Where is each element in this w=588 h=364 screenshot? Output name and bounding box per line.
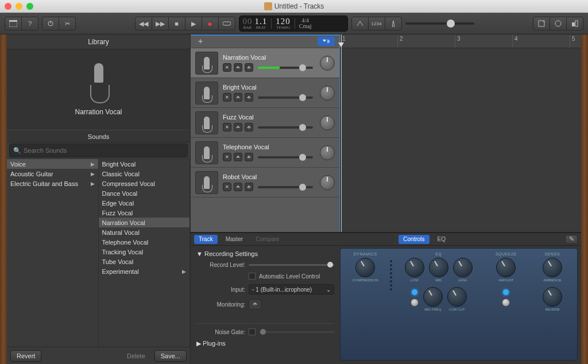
input-monitor-button[interactable] bbox=[245, 93, 253, 102]
tab-controls[interactable]: Controls bbox=[399, 235, 429, 244]
loop-browser-button[interactable] bbox=[550, 17, 567, 30]
master-volume-slider[interactable] bbox=[405, 22, 474, 25]
squeeze-amount-knob[interactable] bbox=[496, 258, 516, 277]
ruler[interactable]: 12345 bbox=[340, 34, 581, 48]
squeeze-bypass-button[interactable] bbox=[502, 299, 510, 307]
noise-gate-slider[interactable] bbox=[259, 331, 334, 333]
quick-help-button[interactable]: ? bbox=[21, 17, 38, 30]
editors-button[interactable]: ✂ bbox=[59, 17, 76, 30]
reverb-knob[interactable] bbox=[543, 287, 562, 307]
zoom-window-button[interactable] bbox=[26, 3, 33, 10]
eq-mid-freq-knob[interactable] bbox=[423, 287, 443, 307]
track-row[interactable]: Fuzz Vocal✕ bbox=[191, 108, 339, 138]
track-volume-slider[interactable] bbox=[258, 67, 313, 69]
track-row[interactable]: Narration Vocal✕ bbox=[191, 48, 339, 78]
track-volume-slider[interactable] bbox=[258, 186, 313, 188]
preset-row[interactable]: Classic Vocal bbox=[99, 169, 190, 179]
forward-button[interactable]: ▶▶ bbox=[152, 17, 169, 30]
mute-button[interactable]: ✕ bbox=[223, 63, 231, 72]
search-input[interactable]: 🔍 Search Sounds bbox=[9, 144, 188, 157]
preset-row[interactable]: Compressed Vocal bbox=[99, 179, 190, 188]
eq-low-knob[interactable] bbox=[405, 258, 424, 277]
preset-row[interactable]: Bright Vocal bbox=[99, 159, 190, 169]
stop-button[interactable]: ■ bbox=[168, 17, 185, 30]
pan-knob[interactable] bbox=[320, 86, 335, 100]
media-browser-button[interactable] bbox=[566, 17, 583, 30]
pan-knob[interactable] bbox=[320, 175, 335, 190]
pan-knob[interactable] bbox=[320, 145, 335, 160]
preset-row[interactable]: Telephone Vocal bbox=[99, 237, 190, 247]
play-button[interactable]: ▶ bbox=[185, 17, 202, 30]
preset-row[interactable]: Dance Vocal bbox=[99, 188, 190, 198]
pan-knob[interactable] bbox=[320, 115, 335, 130]
preset-row[interactable]: Tube Vocal bbox=[99, 257, 190, 266]
preset-row[interactable]: Experimental▶ bbox=[99, 266, 190, 276]
mute-button[interactable]: ✕ bbox=[223, 123, 231, 131]
input-monitor-button[interactable] bbox=[245, 123, 253, 131]
track-volume-slider[interactable] bbox=[258, 156, 313, 158]
eq-mid-knob[interactable] bbox=[429, 258, 448, 277]
delete-button[interactable]: Delete bbox=[121, 350, 151, 362]
inspector-edit-button[interactable]: ✎ bbox=[565, 235, 578, 244]
track-volume-slider[interactable] bbox=[258, 96, 313, 99]
pan-knob[interactable] bbox=[320, 56, 335, 71]
noise-gate-checkbox[interactable] bbox=[249, 328, 256, 335]
monitoring-button[interactable] bbox=[249, 299, 261, 309]
cycle-button[interactable] bbox=[218, 17, 235, 30]
category-row[interactable]: Electric Guitar and Bass▶ bbox=[7, 179, 98, 188]
track-row[interactable]: Bright Vocal✕ bbox=[191, 78, 339, 108]
recording-settings-disclosure[interactable]: ▼ Recording Settings bbox=[196, 250, 334, 257]
metronome-button[interactable] bbox=[385, 17, 402, 30]
preset-row[interactable]: Tracking Vocal bbox=[99, 247, 190, 257]
preset-row[interactable]: Natural Vocal bbox=[99, 227, 190, 237]
solo-button[interactable] bbox=[234, 63, 242, 72]
revert-button[interactable]: Revert bbox=[10, 350, 41, 362]
minimize-window-button[interactable] bbox=[16, 3, 22, 10]
tab-master[interactable]: Master bbox=[221, 235, 248, 244]
tab-track[interactable]: Track bbox=[194, 235, 218, 244]
notepad-button[interactable] bbox=[533, 17, 550, 30]
smart-controls-button[interactable] bbox=[42, 17, 59, 30]
category-row[interactable]: Voice▶ bbox=[7, 159, 98, 169]
squeeze-on-led[interactable] bbox=[503, 289, 509, 295]
track-filter-button[interactable] bbox=[318, 37, 335, 46]
mute-button[interactable]: ✕ bbox=[223, 93, 231, 102]
record-button[interactable]: ● bbox=[202, 17, 219, 30]
timeline[interactable]: 12345 bbox=[340, 34, 581, 232]
save-button[interactable]: Save... bbox=[154, 350, 187, 362]
solo-button[interactable] bbox=[234, 123, 242, 131]
close-window-button[interactable] bbox=[5, 3, 11, 10]
preset-row[interactable]: Edge Vocal bbox=[99, 198, 190, 208]
input-dropdown[interactable]: ◦ 1 (Built-in...icrophone) ⌄ bbox=[249, 284, 334, 295]
tuner-button[interactable]: 1234 bbox=[368, 17, 385, 30]
eq-on-led[interactable] bbox=[412, 289, 417, 295]
mute-button[interactable]: ✕ bbox=[223, 153, 231, 161]
category-row[interactable]: Acoustic Guitar▶ bbox=[7, 169, 98, 179]
tab-eq[interactable]: EQ bbox=[433, 235, 450, 244]
solo-button[interactable] bbox=[234, 183, 242, 191]
record-level-slider[interactable] bbox=[249, 264, 334, 266]
solo-button[interactable] bbox=[234, 93, 242, 102]
solo-button[interactable] bbox=[234, 153, 242, 161]
library-toggle-button[interactable] bbox=[5, 17, 22, 30]
preset-row[interactable]: Narration Vocal bbox=[99, 218, 190, 227]
ambience-knob[interactable] bbox=[543, 258, 562, 277]
input-monitor-button[interactable] bbox=[245, 183, 253, 191]
auto-level-checkbox[interactable] bbox=[249, 273, 256, 280]
eq-high-knob[interactable] bbox=[453, 258, 473, 277]
eq-bypass-button[interactable] bbox=[411, 299, 419, 307]
rewind-button[interactable]: ◀◀ bbox=[135, 17, 152, 30]
playhead[interactable] bbox=[341, 34, 342, 232]
lcd-display[interactable]: 00BAR 1.1BEAT 120TEMPO 4/4Cmaj bbox=[239, 16, 348, 32]
track-row[interactable]: Robot Vocal✕ bbox=[191, 168, 339, 198]
tab-compare[interactable]: Compare bbox=[251, 235, 284, 244]
input-monitor-button[interactable] bbox=[245, 153, 253, 161]
input-monitor-button[interactable] bbox=[245, 63, 253, 72]
track-volume-slider[interactable] bbox=[258, 126, 313, 129]
add-track-button[interactable]: ＋ bbox=[195, 36, 206, 47]
plugins-disclosure[interactable]: ▶ Plug-ins bbox=[196, 340, 334, 347]
mute-button[interactable]: ✕ bbox=[223, 183, 231, 191]
compression-knob[interactable] bbox=[355, 258, 375, 277]
eq-low-cut-knob[interactable] bbox=[447, 287, 467, 307]
count-in-button[interactable] bbox=[351, 17, 369, 30]
